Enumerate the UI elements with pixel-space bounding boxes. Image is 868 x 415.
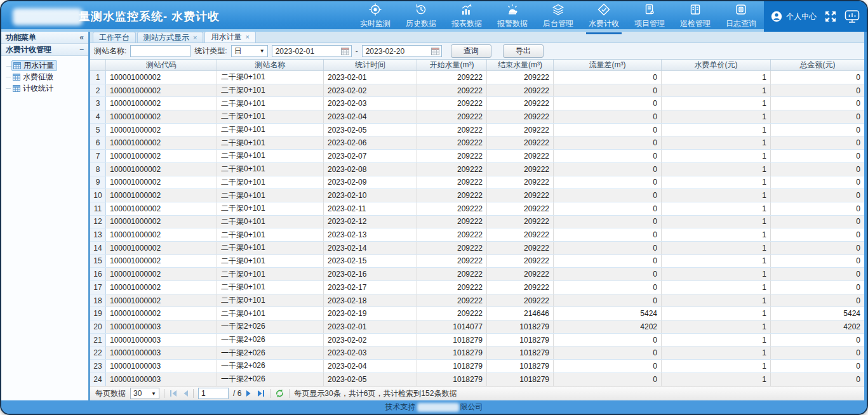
stat-type-select[interactable]: 日 ▼ — [231, 45, 268, 57]
cell-unit-price: 1 — [662, 136, 771, 149]
monitor-chart-icon[interactable] — [844, 9, 860, 24]
calendar-icon[interactable] — [341, 47, 349, 55]
column-header-unit-price[interactable]: 水费单价(元) — [662, 60, 771, 70]
column-header-total-amount[interactable]: 总金额(元) — [771, 60, 864, 70]
cell-flow-diff: 0 — [554, 216, 662, 228]
cell-station-name: 二干渠0+101 — [217, 242, 324, 254]
cell-unit-price: 1 — [662, 216, 771, 228]
nav-item-logs[interactable]: 日志查询 — [718, 1, 764, 32]
cell-end-volume: 209222 — [487, 163, 554, 176]
first-page-button[interactable] — [169, 390, 178, 397]
column-header-stat-time[interactable]: 统计时间 — [324, 60, 417, 70]
table-row[interactable]: 11 100001000002 二干渠0+101 2023-02-11 2092… — [90, 202, 864, 216]
cell-rownum: 4 — [90, 110, 106, 123]
cell-flow-diff: 0 — [554, 176, 662, 189]
sidebar-item-fee-collection[interactable]: 水费征缴 — [11, 72, 56, 82]
page-size-select[interactable]: 30 ▼ — [130, 388, 159, 399]
table-row[interactable]: 19 100001000002 二干渠0+101 2023-02-19 2092… — [90, 307, 864, 320]
date-to-input[interactable]: 2023-02-20 — [362, 45, 442, 57]
fullscreen-icon[interactable] — [824, 10, 838, 23]
cell-total-amount: 0 — [771, 202, 864, 215]
cell-end-volume: 209222 — [487, 255, 554, 268]
cell-station-name: 一干渠2+026 — [217, 360, 324, 372]
table-row[interactable]: 14 100001000002 二干渠0+101 2023-02-14 2092… — [90, 242, 864, 255]
column-header-station-name[interactable]: 测站名称 — [217, 60, 324, 70]
cell-total-amount: 0 — [771, 97, 864, 110]
tab-label: 工作平台 — [99, 32, 130, 43]
sidebar-item-water-metering[interactable]: 用水计量 — [11, 60, 57, 71]
column-header-start-volume[interactable]: 开始水量(m³) — [417, 60, 487, 70]
station-name-input[interactable] — [130, 45, 190, 57]
column-header-station-code[interactable]: 测站代码 — [106, 60, 217, 70]
nav-item-alarms[interactable]: 报警数据 — [490, 1, 535, 32]
user-center-button[interactable]: 个人中心 — [770, 10, 817, 23]
sidebar-menu-header[interactable]: 功能菜单 « — [1, 32, 88, 44]
nav-item-history[interactable]: 历史数据 — [398, 1, 444, 32]
tab-station-display[interactable]: 测站方式显示 × — [137, 32, 203, 43]
table-row[interactable]: 7 100001000002 二干渠0+101 2023-02-07 20922… — [90, 150, 864, 163]
table-row[interactable]: 15 100001000002 二干渠0+101 2023-02-15 2092… — [90, 255, 864, 268]
column-header-flow-diff[interactable]: 流量差(m³) — [554, 60, 662, 70]
close-icon[interactable]: × — [193, 34, 197, 41]
table-row[interactable]: 24 100001000003 一干渠2+026 2023-02-05 1018… — [90, 373, 864, 386]
table-row[interactable]: 12 100001000002 二干渠0+101 2023-02-12 2092… — [90, 216, 864, 229]
table-row[interactable]: 1 100001000002 二干渠0+101 2023-02-01 20922… — [90, 71, 864, 84]
table-row[interactable]: 21 100001000003 一干渠2+026 2023-02-02 1018… — [90, 334, 864, 347]
table-row[interactable]: 10 100001000002 二干渠0+101 2023-02-10 2092… — [90, 189, 864, 202]
table-row[interactable]: 18 100001000002 二干渠0+101 2023-02-18 2092… — [90, 294, 864, 308]
app-title: 量测水监控系统- 水费计收 — [79, 9, 220, 24]
prev-page-button[interactable] — [182, 390, 189, 397]
collapse-minus-icon[interactable]: − — [79, 45, 84, 54]
nav-item-inspection[interactable]: 巡检管理 — [672, 1, 718, 32]
table-row[interactable]: 2 100001000002 二干渠0+101 2023-02-02 20922… — [90, 84, 864, 98]
support-prefix: 技术支持 — [385, 402, 416, 412]
cell-stat-time: 2023-02-01 — [324, 320, 417, 333]
nav-item-water-fee[interactable]: 水费计收 — [581, 1, 627, 32]
cell-station-code: 100001000002 — [106, 228, 217, 241]
table-row[interactable]: 13 100001000002 二干渠0+101 2023-02-13 2092… — [90, 228, 864, 242]
next-page-button[interactable] — [246, 390, 252, 397]
main-nav: 实时监测 历史数据 报表数据 — [352, 1, 764, 32]
last-page-button[interactable] — [257, 390, 265, 397]
table-row[interactable]: 4 100001000002 二干渠0+101 2023-02-04 20922… — [90, 110, 864, 124]
table-row[interactable]: 6 100001000002 二干渠0+101 2023-02-06 20922… — [90, 136, 864, 150]
cell-rownum: 22 — [90, 346, 106, 359]
crosshair-icon — [368, 3, 382, 16]
tab-workbench[interactable]: 工作平台 — [93, 32, 136, 43]
refresh-icon[interactable] — [275, 389, 284, 398]
table-row[interactable]: 23 100001000003 一干渠2+026 2023-02-04 1018… — [90, 360, 864, 373]
table-row[interactable]: 20 100001000003 一干渠2+026 2023-02-01 1014… — [90, 320, 864, 334]
page-number-input[interactable] — [198, 388, 229, 399]
calendar-icon[interactable] — [431, 47, 439, 55]
table-row[interactable]: 5 100001000002 二干渠0+101 2023-02-05 20922… — [90, 124, 864, 137]
sidebar-group-header[interactable]: 水费计收管理 − — [1, 44, 88, 56]
column-header-end-volume[interactable]: 结束水量(m³) — [487, 60, 554, 70]
cell-unit-price: 1 — [662, 242, 771, 254]
nav-item-admin[interactable]: 后台管理 — [535, 1, 581, 32]
nav-label: 报警数据 — [497, 18, 528, 29]
cell-total-amount: 0 — [771, 360, 864, 372]
nav-item-projects[interactable]: 项目管理 — [627, 1, 672, 32]
table-row[interactable]: 22 100001000003 一干渠2+026 2023-02-03 1018… — [90, 346, 864, 360]
collapse-left-icon[interactable]: « — [79, 33, 84, 42]
table-row[interactable]: 3 100001000002 二干渠0+101 2023-02-03 20922… — [90, 97, 864, 110]
table-row[interactable]: 17 100001000002 二干渠0+101 2023-02-17 2092… — [90, 281, 864, 294]
export-button[interactable]: 导出 — [503, 44, 544, 58]
cell-stat-time: 2023-02-02 — [324, 334, 417, 346]
cell-rownum: 2 — [90, 84, 106, 97]
cell-start-volume: 209222 — [417, 255, 487, 268]
close-icon[interactable]: × — [245, 34, 249, 41]
cell-rownum: 19 — [90, 307, 106, 320]
nav-label: 历史数据 — [406, 18, 436, 29]
cell-station-code: 100001000002 — [106, 242, 217, 254]
nav-item-reports[interactable]: 报表数据 — [444, 1, 490, 32]
sidebar-item-collection-stats[interactable]: 计收统计 — [11, 83, 56, 94]
date-from-input[interactable]: 2023-02-01 — [272, 45, 352, 57]
query-button[interactable]: 查询 — [451, 44, 491, 58]
table-row[interactable]: 9 100001000002 二干渠0+101 2023-02-09 20922… — [90, 176, 864, 190]
table-row[interactable]: 16 100001000002 二干渠0+101 2023-02-16 2092… — [90, 268, 864, 281]
history-clock-icon — [414, 3, 428, 16]
table-row[interactable]: 8 100001000002 二干渠0+101 2023-02-08 20922… — [90, 163, 864, 176]
tab-water-metering[interactable]: 用水计量 × — [204, 31, 255, 43]
nav-item-realtime[interactable]: 实时监测 — [352, 1, 398, 32]
